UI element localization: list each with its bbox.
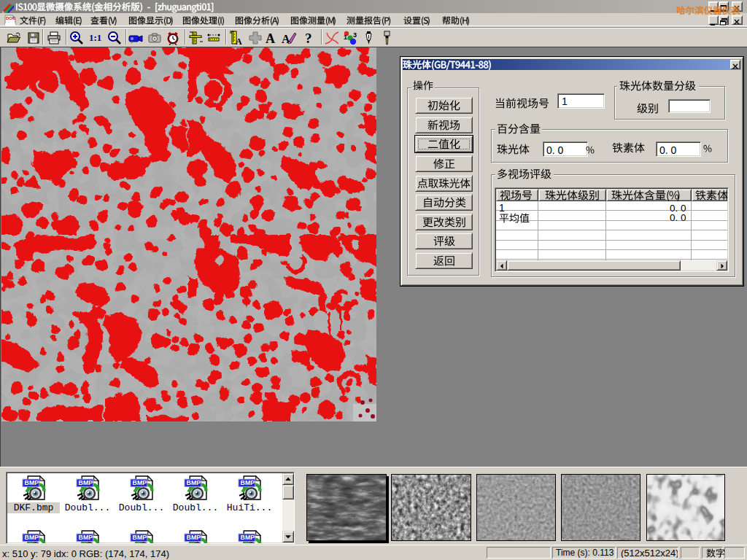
svg-text:A: A bbox=[236, 36, 242, 46]
svg-text:A: A bbox=[266, 31, 275, 46]
svg-text:1: 1 bbox=[344, 34, 347, 41]
svg-text:?: ? bbox=[305, 31, 312, 46]
svg-text:1:1: 1:1 bbox=[89, 32, 101, 43]
svg-text:DOC: DOC bbox=[6, 16, 16, 20]
svg-text:3: 3 bbox=[353, 31, 357, 39]
